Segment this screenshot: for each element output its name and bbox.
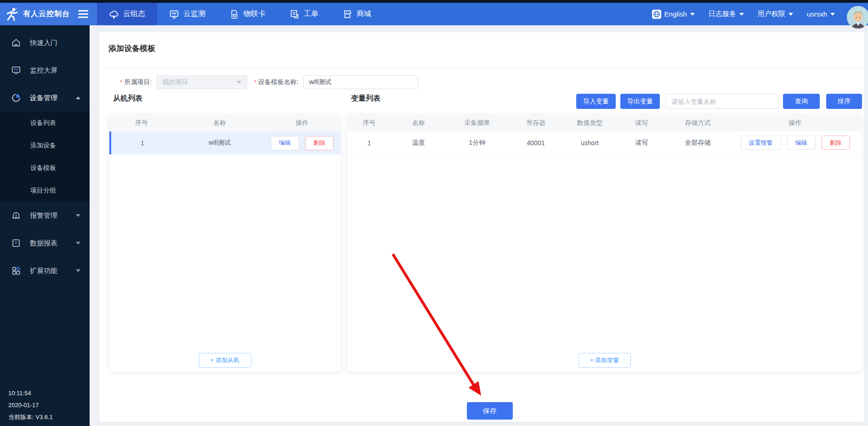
export-variables-button[interactable]: 导出变量 bbox=[620, 94, 660, 109]
app-root: 有人云控制台 云组态 云监测 物联卡 bbox=[0, 0, 868, 426]
brand-area[interactable]: 有人云控制台 bbox=[0, 3, 97, 25]
delete-slave-button[interactable]: 删除 bbox=[305, 136, 334, 150]
report-icon bbox=[11, 238, 21, 248]
sidebar-item-alarm-management[interactable]: 报警管理 bbox=[0, 202, 90, 229]
version-info: 当前版本: V3.6.1 bbox=[8, 411, 53, 423]
tab-label: 商城 bbox=[357, 9, 371, 19]
delete-variable-button[interactable]: 删除 bbox=[822, 136, 850, 150]
tab-mall[interactable]: 商城 bbox=[330, 3, 383, 25]
cloud-icon bbox=[109, 9, 119, 19]
sidebar-item-quick-start[interactable]: 快速入门 bbox=[0, 29, 90, 57]
sidebar-item-project-group[interactable]: 项目分组 bbox=[0, 179, 90, 202]
title-divider bbox=[99, 68, 864, 68]
sidebar-item-extensions[interactable]: 扩展功能 bbox=[0, 257, 90, 284]
slave-name: wifi测试 bbox=[174, 139, 266, 147]
variable-table-header: 序号 名称 采集频率 寄存器 数值类型 读写 存储方式 操作 bbox=[347, 114, 862, 131]
sidebar-item-add-device[interactable]: 添加设备 bbox=[0, 134, 90, 157]
sidebar-item-device-template[interactable]: 设备模板 bbox=[0, 157, 90, 179]
column-header: 采集频率 bbox=[446, 119, 508, 127]
user-permission-menu[interactable]: 用户权限 bbox=[758, 10, 793, 18]
column-header: 名称 bbox=[174, 119, 266, 127]
usr-logo-icon bbox=[6, 7, 18, 21]
template-form: * 所属项目: 我的项目 * 设备模板名称: bbox=[120, 75, 418, 90]
save-button[interactable]: 保存 bbox=[467, 402, 513, 420]
slave-index: 1 bbox=[111, 139, 174, 147]
globe-icon bbox=[652, 10, 661, 19]
variable-list-panel: 序号 名称 采集频率 寄存器 数值类型 读写 存储方式 操作 1 温度 1分钟 … bbox=[347, 114, 862, 371]
chevron-down-icon bbox=[76, 214, 80, 217]
slave-table-header: 序号 名称 操作 bbox=[109, 114, 340, 131]
add-slave-button[interactable]: + 添加从机 bbox=[199, 353, 251, 368]
sidebar-item-device-management[interactable]: 设备管理 bbox=[0, 84, 90, 112]
sidebar-item-data-report[interactable]: 数据报表 bbox=[0, 229, 90, 257]
variable-search-input[interactable] bbox=[665, 94, 779, 109]
user-permission-label: 用户权限 bbox=[758, 10, 785, 18]
submenu-label: 设备列表 bbox=[30, 119, 56, 127]
sidebar-item-label: 数据报表 bbox=[30, 239, 57, 248]
variable-index: 1 bbox=[347, 139, 391, 147]
variable-data-type: ushort bbox=[563, 139, 616, 147]
main-content-card: 添加设备模板 * 所属项目: 我的项目 * 设备模板名称: 从机列表 序号 名称… bbox=[99, 32, 864, 422]
column-header: 寄存器 bbox=[508, 119, 563, 127]
column-header: 数值类型 bbox=[563, 119, 616, 127]
column-header: 序号 bbox=[347, 119, 391, 127]
add-slave-label: + 添加从机 bbox=[210, 356, 239, 364]
sidebar-item-device-list[interactable]: 设备列表 bbox=[0, 112, 90, 134]
brand-title: 有人云控制台 bbox=[23, 9, 70, 19]
variable-actions: 设置报警 编辑 删除 bbox=[729, 136, 862, 150]
edit-slave-button[interactable]: 编辑 bbox=[271, 136, 299, 150]
add-variable-label: + 添加变量 bbox=[590, 356, 619, 364]
sidebar-item-label: 扩展功能 bbox=[30, 267, 57, 275]
chevron-down-icon bbox=[76, 269, 80, 272]
variable-table-row[interactable]: 1 温度 1分钟 40001 ushort 读写 全部存储 设置报警 编辑 删除 bbox=[347, 131, 862, 154]
import-variables-button[interactable]: 导入变量 bbox=[576, 94, 616, 109]
sidebar-item-monitor-screen[interactable]: 监控大屏 bbox=[0, 57, 90, 84]
store-icon bbox=[342, 9, 352, 19]
project-select[interactable]: 我的项目 bbox=[156, 75, 247, 89]
query-button[interactable]: 查询 bbox=[783, 94, 820, 109]
tab-cloud-scada[interactable]: 云组态 bbox=[97, 3, 157, 25]
sidebar: 快速入门 监控大屏 设备管理 设备列表 添加设备 设备模板 项目分组 bbox=[0, 25, 90, 426]
sidebar-footer: 10:11:54 2020-01-17 当前版本: V3.6.1 bbox=[8, 387, 53, 423]
column-header: 名称 bbox=[391, 119, 446, 127]
alarm-icon bbox=[11, 210, 21, 221]
column-header: 存储方式 bbox=[667, 119, 729, 127]
sidebar-item-label: 快速入门 bbox=[30, 39, 57, 47]
language-switcher[interactable]: English bbox=[652, 10, 695, 19]
sidebar-item-label: 设备管理 bbox=[30, 94, 57, 102]
page-title: 添加设备模板 bbox=[108, 43, 155, 54]
sidebar-item-label: 报警管理 bbox=[30, 211, 57, 220]
chevron-down-icon bbox=[789, 13, 793, 16]
edit-variable-button[interactable]: 编辑 bbox=[787, 136, 816, 150]
required-mark: * bbox=[120, 79, 122, 86]
tab-iot-card[interactable]: 物联卡 bbox=[217, 3, 278, 25]
variable-storage: 全部存储 bbox=[667, 139, 729, 147]
column-header: 操作 bbox=[729, 119, 862, 127]
tab-work-order[interactable]: 工单 bbox=[278, 3, 330, 25]
add-variable-button[interactable]: + 添加变量 bbox=[579, 353, 631, 368]
submenu-label: 设备模板 bbox=[30, 164, 56, 172]
required-mark: * bbox=[254, 79, 256, 86]
tab-cloud-monitor[interactable]: 云监测 bbox=[157, 3, 217, 25]
sort-button[interactable]: 排序 bbox=[826, 94, 862, 109]
main-nav-tabs: 云组态 云监测 物联卡 工单 bbox=[97, 3, 383, 25]
template-name-input[interactable] bbox=[303, 75, 418, 89]
chevron-down-icon bbox=[690, 13, 695, 16]
variable-frequency: 1分钟 bbox=[446, 139, 508, 147]
chevron-down-icon bbox=[237, 81, 241, 84]
variable-register: 40001 bbox=[508, 139, 563, 147]
variable-name: 温度 bbox=[391, 139, 446, 147]
user-menu[interactable]: usrsxh bbox=[807, 10, 835, 18]
set-alarm-button[interactable]: 设置报警 bbox=[741, 136, 781, 150]
avatar[interactable] bbox=[847, 6, 868, 28]
slave-table-row[interactable]: 1 wifi测试 编辑 删除 bbox=[109, 131, 340, 154]
variable-list-title: 变量列表 bbox=[351, 94, 380, 103]
tab-label: 物联卡 bbox=[244, 9, 266, 19]
log-service-menu[interactable]: 日志服务 bbox=[709, 10, 744, 18]
navbar-right: English 日志服务 用户权限 usrsxh bbox=[652, 3, 868, 25]
device-management-submenu: 设备列表 添加设备 设备模板 项目分组 bbox=[0, 112, 90, 202]
monitor-icon bbox=[169, 9, 179, 19]
menu-toggle-icon[interactable] bbox=[78, 10, 88, 18]
column-header: 序号 bbox=[109, 119, 174, 127]
tab-label: 云组态 bbox=[123, 9, 145, 19]
